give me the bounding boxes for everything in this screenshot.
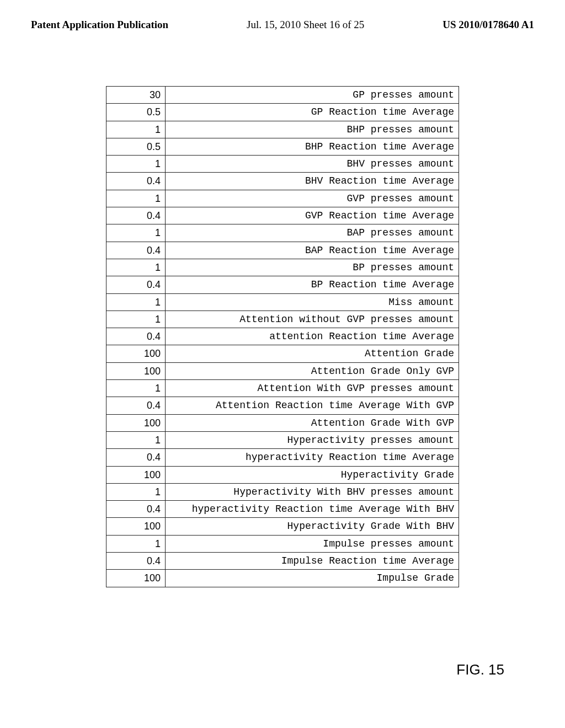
row-value: 1 [106, 311, 166, 328]
row-value: 0.4 [106, 242, 166, 259]
row-label: GP presses amount [166, 87, 459, 104]
table-row: 1BAP presses amount [106, 224, 459, 242]
row-value: 100 [106, 414, 166, 431]
row-value: 0.4 [106, 276, 166, 293]
row-value: 0.4 [106, 449, 166, 466]
table-row: 100Hyperactivity Grade With BHV [106, 518, 459, 535]
row-value: 0.4 [106, 501, 166, 518]
table-row: 1Impulse presses amount [106, 535, 459, 552]
row-label: Attention Grade [166, 345, 459, 362]
row-value: 0.4 [106, 207, 166, 224]
row-label: Attention without GVP presses amount [166, 311, 459, 328]
row-label: BHV presses amount [166, 156, 459, 173]
row-value: 1 [106, 190, 166, 207]
table-row: 0.4BAP Reaction time Average [106, 242, 459, 259]
table-row: 1Attention With GVP presses amount [106, 380, 459, 397]
table-row: 0.4Impulse Reaction time Average [106, 553, 459, 570]
row-label: BHP presses amount [166, 121, 459, 138]
table-row: 100Hyperactivity Grade [106, 466, 459, 483]
row-label: Hyperactivity presses amount [166, 431, 459, 448]
row-value: 0.4 [106, 397, 166, 414]
table-row: 0.4Attention Reaction time Average With … [106, 397, 459, 414]
row-label: BP Reaction time Average [166, 276, 459, 293]
row-label: Miss amount [166, 293, 459, 311]
row-label: Impulse Reaction time Average [166, 553, 459, 570]
row-value: 1 [106, 224, 166, 242]
table-row: 0.4hyperactivity Reaction time Average W… [106, 501, 459, 518]
row-value: 100 [106, 518, 166, 535]
row-label: BHV Reaction time Average [166, 173, 459, 190]
row-label: Hyperactivity With BHV presses amount [166, 483, 459, 500]
table-row: 0.4BHV Reaction time Average [106, 173, 459, 190]
header-center: Jul. 15, 2010 Sheet 16 of 25 [247, 19, 364, 31]
table-row: 100Attention Grade Only GVP [106, 362, 459, 379]
row-value: 100 [106, 345, 166, 362]
row-value: 100 [106, 362, 166, 379]
row-label: Attention Reaction time Average With GVP [166, 397, 459, 414]
row-label: Hyperactivity Grade [166, 466, 459, 483]
table-row: 1Hyperactivity With BHV presses amount [106, 483, 459, 500]
table-row: 0.4GVP Reaction time Average [106, 207, 459, 224]
table-row: 30GP presses amount [106, 87, 459, 104]
table-row: 0.4hyperactivity Reaction time Average [106, 449, 459, 466]
data-table-container: 30GP presses amount0.5GP Reaction time A… [106, 86, 459, 587]
table-row: 100Impulse Grade [106, 570, 459, 587]
row-value: 1 [106, 259, 166, 276]
row-label: hyperactivity Reaction time Average [166, 449, 459, 466]
row-value: 1 [106, 156, 166, 173]
table-row: 100Attention Grade With GVP [106, 414, 459, 431]
row-label: GVP Reaction time Average [166, 207, 459, 224]
row-value: 1 [106, 121, 166, 138]
row-value: 1 [106, 431, 166, 448]
row-value: 0.5 [106, 104, 166, 121]
row-label: Impulse presses amount [166, 535, 459, 552]
row-label: GVP presses amount [166, 190, 459, 207]
row-label: attention Reaction time Average [166, 328, 459, 345]
table-row: 1Attention without GVP presses amount [106, 311, 459, 328]
row-label: Attention Grade Only GVP [166, 362, 459, 379]
row-label: BAP presses amount [166, 224, 459, 242]
row-value: 0.5 [106, 138, 166, 155]
row-label: Impulse Grade [166, 570, 459, 587]
table-row: 1BP presses amount [106, 259, 459, 276]
table-row: 0.5BHP Reaction time Average [106, 138, 459, 155]
row-label: Attention Grade With GVP [166, 414, 459, 431]
table-row: 100Attention Grade [106, 345, 459, 362]
table-row: 1BHV presses amount [106, 156, 459, 173]
row-value: 1 [106, 380, 166, 397]
data-table: 30GP presses amount0.5GP Reaction time A… [106, 86, 459, 587]
row-value: 100 [106, 466, 166, 483]
row-label: BP presses amount [166, 259, 459, 276]
row-label: Attention With GVP presses amount [166, 380, 459, 397]
row-value: 1 [106, 293, 166, 311]
row-value: 30 [106, 87, 166, 104]
row-label: BAP Reaction time Average [166, 242, 459, 259]
figure-label: FIG. 15 [456, 661, 504, 678]
header-left: Patent Application Publication [31, 19, 168, 31]
table-row: 1Hyperactivity presses amount [106, 431, 459, 448]
table-row: 0.4BP Reaction time Average [106, 276, 459, 293]
page-header: Patent Application Publication Jul. 15, … [0, 0, 565, 31]
row-label: BHP Reaction time Average [166, 138, 459, 155]
table-row: 1BHP presses amount [106, 121, 459, 138]
row-value: 0.4 [106, 328, 166, 345]
row-value: 0.4 [106, 553, 166, 570]
table-row: 0.4attention Reaction time Average [106, 328, 459, 345]
row-value: 100 [106, 570, 166, 587]
row-label: GP Reaction time Average [166, 104, 459, 121]
row-value: 1 [106, 483, 166, 500]
row-value: 1 [106, 535, 166, 552]
table-row: 1Miss amount [106, 293, 459, 311]
header-right: US 2010/0178640 A1 [443, 19, 534, 31]
row-value: 0.4 [106, 173, 166, 190]
row-label: hyperactivity Reaction time Average With… [166, 501, 459, 518]
table-row: 0.5GP Reaction time Average [106, 104, 459, 121]
row-label: Hyperactivity Grade With BHV [166, 518, 459, 535]
table-row: 1GVP presses amount [106, 190, 459, 207]
